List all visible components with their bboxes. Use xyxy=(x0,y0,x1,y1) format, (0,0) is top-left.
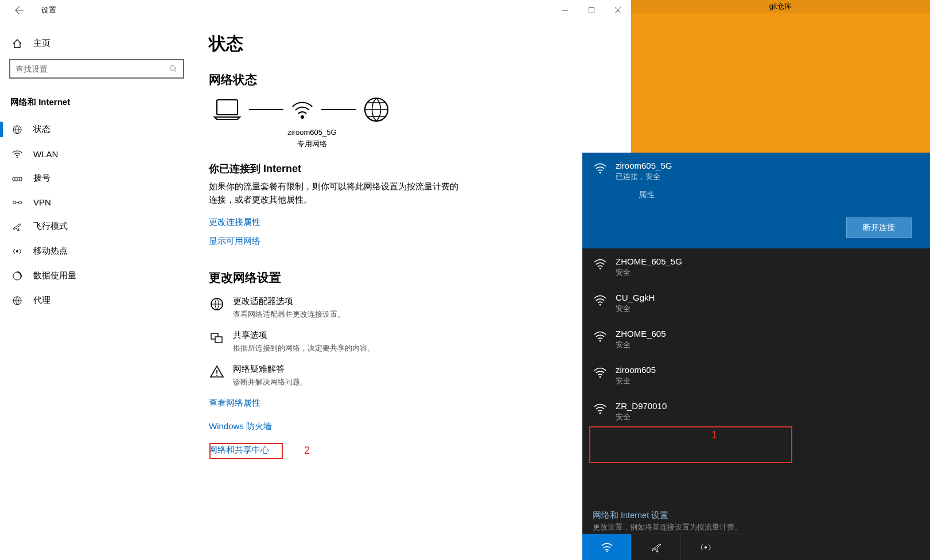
wifi-icon xyxy=(593,161,608,176)
vpn-icon xyxy=(11,199,23,207)
network-properties-link[interactable]: 属性 xyxy=(639,190,920,200)
network-diagram xyxy=(212,96,617,123)
network-settings-link[interactable]: 网络和 Internet 设置 更改设置，例如将某连接设置为按流量计费。 xyxy=(582,503,930,534)
footer-link-desc: 更改设置，例如将某连接设置为按流量计费。 xyxy=(593,523,920,532)
network-sub: 安全 xyxy=(616,412,920,422)
network-item[interactable]: ziroom605安全 xyxy=(582,357,930,393)
network-status: 已连接，安全 xyxy=(616,172,920,182)
svg-point-5 xyxy=(17,157,18,158)
network-name: CU_GgkH xyxy=(616,293,920,302)
svg-point-28 xyxy=(600,376,601,378)
network-sub: 安全 xyxy=(616,376,920,386)
network-name: ziroom605_5G xyxy=(616,161,920,170)
network-item[interactable]: ZHOME_605_5G安全 xyxy=(582,248,930,285)
wifi-icon xyxy=(593,401,608,416)
network-name: ZHOME_605 xyxy=(616,329,920,339)
wifi-icon xyxy=(593,293,608,308)
network-sub: 安全 xyxy=(616,304,920,314)
network-status-heading: 网络状态 xyxy=(209,72,617,88)
svg-point-13 xyxy=(16,250,18,252)
search-box[interactable] xyxy=(9,59,184,79)
view-network-props-link[interactable]: 查看网络属性 xyxy=(209,398,617,409)
nav-hotspot[interactable]: 移动热点 xyxy=(9,239,195,263)
network-item-connected[interactable]: ziroom605_5G 已连接，安全 属性 断开连接 xyxy=(582,153,930,248)
diagram-ssid: ziroom605_5G xyxy=(278,127,347,138)
home-label: 主页 xyxy=(33,38,50,49)
option-title: 共享选项 xyxy=(233,330,375,341)
adapter-options[interactable]: 更改适配器选项 查看网络适配器并更改连接设置。 xyxy=(209,296,617,320)
dialup-icon xyxy=(11,174,23,182)
close-button[interactable] xyxy=(605,0,631,21)
connected-title: 你已连接到 Internet xyxy=(209,162,617,176)
wifi-icon xyxy=(593,256,608,271)
nav-label: 移动热点 xyxy=(33,246,68,256)
svg-point-24 xyxy=(600,172,601,174)
footer-link-title: 网络和 Internet 设置 xyxy=(593,510,920,521)
nav-label: VPN xyxy=(33,197,51,207)
minimize-button[interactable] xyxy=(552,0,578,21)
nav-label: 代理 xyxy=(33,295,50,306)
annotation-label-2: 2 xyxy=(304,445,310,457)
home-icon xyxy=(11,38,23,49)
nav-label: 数据使用量 xyxy=(33,270,76,281)
option-desc: 查看网络适配器并更改连接设置。 xyxy=(233,309,345,320)
wifi-icon xyxy=(11,149,23,159)
svg-rect-16 xyxy=(217,100,238,115)
network-name: ZHOME_605_5G xyxy=(616,256,920,266)
nav-wlan[interactable]: WLAN xyxy=(9,142,195,166)
show-available-networks-link[interactable]: 显示可用网络 xyxy=(209,236,617,247)
network-item[interactable]: ZHOME_605安全 xyxy=(582,321,930,357)
troubleshoot[interactable]: 网络疑难解答 诊断并解决网络问题。 xyxy=(209,364,617,387)
svg-point-25 xyxy=(600,268,601,270)
svg-point-9 xyxy=(19,178,20,180)
nav-vpn[interactable]: VPN xyxy=(9,190,195,214)
hotspot-toggle[interactable] xyxy=(681,534,730,560)
status-icon xyxy=(11,125,23,135)
disconnect-button[interactable]: 断开连接 xyxy=(846,217,912,238)
network-list[interactable]: ziroom605_5G 已连接，安全 属性 断开连接 ZHOME_605_5G… xyxy=(582,153,930,503)
hotspot-icon xyxy=(11,246,23,256)
nav-airplane[interactable]: 飞行模式 xyxy=(9,214,195,239)
content-area: 状态 网络状态 ziroom605_5G 专用网络 你已连接到 Internet… xyxy=(195,21,631,560)
network-name: ziroom605 xyxy=(616,365,920,375)
svg-rect-21 xyxy=(215,337,222,343)
page-title: 状态 xyxy=(209,32,617,56)
wifi-router-icon xyxy=(290,98,314,122)
nav-datausage[interactable]: 数据使用量 xyxy=(9,263,195,288)
adapter-icon xyxy=(209,296,225,312)
option-title: 更改适配器选项 xyxy=(233,296,345,307)
background-window-title: git仓库 xyxy=(631,0,930,13)
network-item[interactable]: CU_GgkH安全 xyxy=(582,285,930,321)
wifi-toggle[interactable] xyxy=(582,534,632,560)
nav-dialup[interactable]: 拨号 xyxy=(9,166,195,190)
svg-point-11 xyxy=(19,201,22,204)
nav-status[interactable]: 状态 xyxy=(9,117,195,142)
globe-icon xyxy=(363,96,390,123)
nav-label: WLAN xyxy=(33,149,58,159)
maximize-button[interactable] xyxy=(578,0,605,21)
wifi-icon xyxy=(593,329,608,344)
network-sub: 安全 xyxy=(616,267,920,278)
network-sharing-center-link[interactable]: 网络和共享中心 xyxy=(209,445,617,456)
back-button[interactable] xyxy=(9,0,30,21)
svg-line-3 xyxy=(175,70,177,72)
nav-proxy[interactable]: 代理 xyxy=(9,288,195,313)
change-connection-props-link[interactable]: 更改连接属性 xyxy=(209,217,617,228)
svg-point-29 xyxy=(600,413,601,414)
sidebar-heading: 网络和 Internet xyxy=(9,91,195,117)
search-icon xyxy=(169,65,178,73)
svg-point-23 xyxy=(216,375,217,376)
windows-firewall-link[interactable]: Windows 防火墙 xyxy=(209,421,617,432)
option-title: 网络疑难解答 xyxy=(233,364,308,375)
background-window: git仓库 xyxy=(631,0,930,153)
data-usage-icon xyxy=(11,271,23,281)
nav-label: 状态 xyxy=(33,124,50,135)
settings-window: 设置 主页 网络和 Internet 状态 WLAN xyxy=(0,0,631,560)
home-link[interactable]: 主页 xyxy=(9,32,195,59)
network-sub: 安全 xyxy=(616,340,920,350)
svg-point-31 xyxy=(705,546,707,549)
network-item[interactable]: ZR_D970010安全 xyxy=(582,393,930,429)
airplane-toggle[interactable] xyxy=(632,534,681,560)
sharing-options[interactable]: 共享选项 根据所连接到的网络，决定要共享的内容。 xyxy=(209,330,617,353)
search-input[interactable] xyxy=(15,64,169,73)
